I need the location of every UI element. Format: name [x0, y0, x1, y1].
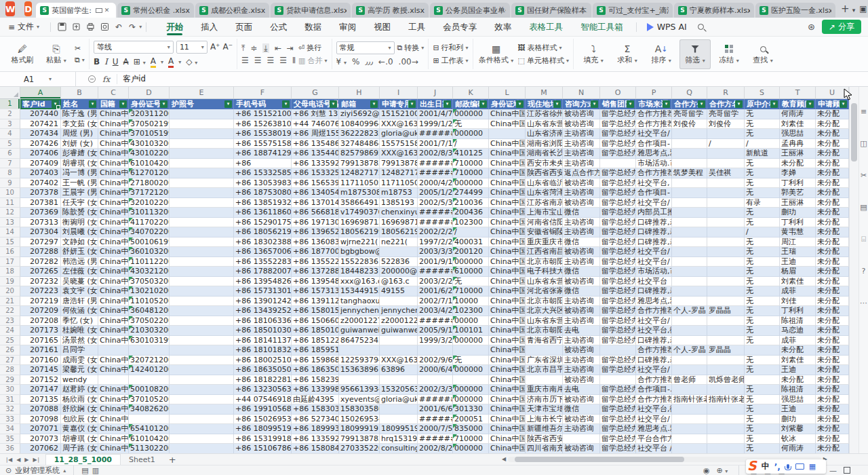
indent-increase-icon[interactable]: ⇥: [287, 43, 294, 53]
cell[interactable]: [672, 404, 707, 415]
cell[interactable]: China中国: [98, 306, 129, 316]
cell[interactable]: China中国: [98, 139, 129, 149]
board-icon[interactable]: ▤: [81, 466, 88, 475]
cell[interactable]: +86 1971300890: [292, 218, 339, 228]
cell[interactable]: [339, 345, 380, 356]
row-number[interactable]: 13: [0, 218, 20, 228]
cell[interactable]: 360103200303300725: [129, 247, 170, 257]
header-cell[interactable]: 身份证号▾: [129, 99, 170, 109]
cell[interactable]: 河北省张家: [526, 286, 563, 297]
cell[interactable]: 799138782: [339, 159, 380, 169]
cell[interactable]: 社交平台,: [636, 178, 672, 189]
cell[interactable]: 271800200004241013: [129, 178, 170, 189]
cell[interactable]: 124827175: [339, 168, 380, 178]
cell[interactable]: [707, 336, 745, 346]
cell[interactable]: 留学总经办: [600, 356, 636, 366]
cell[interactable]: /: [745, 227, 780, 238]
search-icon[interactable]: [698, 24, 704, 30]
cell[interactable]: [672, 444, 707, 453]
cell[interactable]: [453, 345, 489, 356]
formula-input[interactable]: 客户id: [117, 74, 146, 84]
menu-item-表格工具[interactable]: 表格工具: [520, 18, 572, 37]
cell[interactable]: 北京市朝阳: [526, 257, 563, 267]
align-middle-icon[interactable]: ≑: [250, 43, 257, 53]
cell[interactable]: 留学总经办: [600, 444, 636, 453]
row-number[interactable]: 11: [0, 198, 20, 208]
indent-decrease-icon[interactable]: ⇤: [275, 43, 281, 53]
cell[interactable]: 合作方推荐: [636, 375, 672, 385]
wps-logo-icon[interactable]: W: [5, 1, 15, 16]
cell[interactable]: [672, 238, 707, 248]
cell[interactable]: 天津市宝坻: [526, 404, 563, 415]
cell[interactable]: 207409: [20, 159, 61, 169]
cell[interactable]: +86 19910568: [234, 404, 292, 415]
cell[interactable]: 主动咨询: [563, 316, 600, 326]
cell[interactable]: tanghaoxu: [339, 297, 380, 307]
cell[interactable]: 陕西省西安: [526, 168, 563, 178]
cell[interactable]: 000000: [453, 365, 489, 375]
cell[interactable]: #########: [418, 218, 453, 228]
cell[interactable]: 合作项目-.: [636, 385, 672, 395]
cell[interactable]: China中国: [489, 286, 526, 297]
row-number[interactable]: 36: [0, 444, 20, 453]
cell[interactable]: [707, 415, 745, 425]
cell[interactable]: 10000: [453, 297, 489, 307]
notes-icon[interactable]: ▤: [860, 203, 867, 212]
cell[interactable]: [745, 345, 780, 356]
cell[interactable]: 未分配: [816, 139, 849, 149]
cell[interactable]: +86 15575158: [234, 139, 292, 149]
cell[interactable]: gloria@uk: [380, 395, 418, 405]
cell[interactable]: 留学总经办: [600, 326, 636, 336]
cell[interactable]: 000000: [453, 336, 489, 346]
cell[interactable]: [170, 139, 234, 149]
cell[interactable]: 社交平台,微: [636, 326, 672, 336]
cell[interactable]: [672, 227, 707, 238]
cell[interactable]: 重庆市南岸: [526, 385, 563, 395]
cell[interactable]: 000000: [453, 444, 489, 453]
cell[interactable]: 强思喆: [780, 129, 816, 139]
cell[interactable]: [170, 444, 234, 453]
menu-item-开始[interactable]: 开始: [157, 18, 192, 37]
sheet-tab-active[interactable]: 11_28_5_1000: [45, 454, 121, 466]
cell[interactable]: [170, 306, 234, 316]
cell[interactable]: 207147: [20, 385, 61, 395]
cell[interactable]: +86 1877000215: [292, 247, 339, 257]
cell[interactable]: 2003/3/30: [418, 247, 453, 257]
wps-ai-button[interactable]: WPS AI: [646, 22, 687, 32]
filter-dropdown-icon[interactable]: ▾: [735, 100, 743, 108]
cell[interactable]: 指南针张老: [707, 395, 745, 405]
cell[interactable]: 无: [745, 188, 780, 198]
cell[interactable]: 口碑推荐,亲: [636, 336, 672, 346]
cell[interactable]: 山东省东营: [526, 316, 563, 326]
cell[interactable]: 杨欣雨 (女: [61, 395, 98, 405]
header-cell[interactable]: 手机号码▾: [234, 99, 292, 109]
cell[interactable]: 未分配: [816, 326, 849, 336]
filter-dropdown-icon[interactable]: ▾: [52, 100, 59, 108]
next-sheet-icon[interactable]: ▶: [24, 457, 28, 463]
cell[interactable]: 北京市朝阳: [526, 297, 563, 307]
cell[interactable]: [170, 247, 234, 257]
cell[interactable]: 11711050: [380, 178, 418, 189]
cell[interactable]: China中国: [489, 385, 526, 395]
cell[interactable]: 广东省深圳: [526, 356, 563, 366]
cell[interactable]: 陈祖清: [780, 316, 816, 326]
cell[interactable]: 未分配: [816, 227, 849, 238]
cell[interactable]: 130210200106280921: [129, 286, 170, 297]
cell[interactable]: 微信: [563, 238, 600, 248]
last-sheet-icon[interactable]: ▶∣: [33, 457, 39, 463]
cell[interactable]: 864752343: [339, 336, 380, 346]
cell[interactable]: [600, 375, 636, 385]
cell[interactable]: [98, 375, 129, 385]
cell[interactable]: China中国: [489, 277, 526, 287]
convert-button[interactable]: ⧉ 转换 ▾: [397, 43, 425, 53]
docer-icon[interactable]: D: [24, 1, 32, 16]
header-cell[interactable]: 销售团队▾: [600, 99, 636, 109]
cell[interactable]: 274499: [453, 188, 489, 198]
cell[interactable]: [380, 336, 418, 346]
cell[interactable]: 270335220: [339, 444, 380, 453]
cell[interactable]: 327484864: [339, 139, 380, 149]
cell[interactable]: 411702200312270822: [129, 218, 170, 228]
cell[interactable]: 上海市宝山: [526, 208, 563, 218]
cell[interactable]: 151521001: [380, 109, 418, 119]
header-cell[interactable]: 姓名▾: [61, 99, 98, 109]
